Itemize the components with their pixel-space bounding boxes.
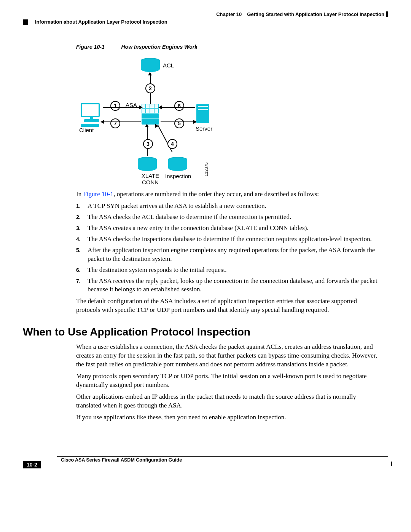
figure-caption: Figure 10-1 How Inspection Engines Work: [76, 44, 388, 50]
list-item: 6.The destination system responds to the…: [76, 266, 381, 275]
arrow-asa-to-client: [103, 121, 141, 122]
arrow-head-left-icon: [100, 120, 104, 124]
list-item: 4.The ASA checks the Inspections databas…: [76, 235, 381, 244]
section-header-bar: Information about Application Layer Prot…: [23, 19, 388, 25]
footer-tick-icon: [391, 462, 392, 466]
arrow-head-right-icon: [139, 105, 143, 109]
figure-intro-paragraph: In Figure 10-1, operations are numbered …: [76, 190, 381, 199]
section-header-text: Information about Application Layer Prot…: [35, 19, 167, 25]
section-paragraph: Other applications embed an IP address i…: [76, 393, 381, 410]
figure-diagram: ACL 2 ASA Client 1 7 6 5: [76, 54, 266, 187]
intro-prefix: In: [76, 190, 83, 198]
section-heading-when-to-use: When to Use Application Protocol Inspect…: [23, 326, 388, 338]
server-icon: [196, 104, 209, 123]
step-5-marker: 5: [174, 118, 184, 128]
figure-reference-link[interactable]: Figure 10-1: [83, 190, 113, 198]
after-steps-paragraph: The default configuration of the ASA inc…: [76, 297, 381, 315]
step-1-marker: 1: [110, 101, 120, 111]
figure-10-1: Figure 10-1 How Inspection Engines Work …: [76, 44, 388, 187]
step-4-marker: 4: [167, 139, 177, 149]
asa-device-icon: [142, 104, 159, 125]
header-square-icon: [23, 19, 28, 25]
figure-label: Figure 10-1: [76, 44, 105, 50]
section-body: When a user establishes a connection, th…: [76, 343, 381, 422]
list-item: 1.A TCP SYN packet arrives at the ASA to…: [76, 202, 381, 211]
list-item: 2.The ASA checks the ACL database to det…: [76, 213, 381, 222]
intro-suffix: , operations are numbered in the order t…: [113, 190, 319, 198]
chapter-title: Getting Started with Application Layer P…: [247, 11, 384, 17]
figure-title: How Inspection Engines Work: [121, 44, 198, 50]
arrow-head-left-icon-2: [158, 105, 162, 109]
arrow-head-up-icon-2: [145, 124, 149, 127]
list-item: 3.The ASA creates a new entry in the con…: [76, 224, 381, 233]
xlate-conn-label: XLATE CONN: [137, 173, 164, 185]
list-item: 7.The ASA receives the reply packet, loo…: [76, 277, 381, 294]
arrow-client-to-asa: [103, 107, 141, 108]
footer-book-title: Cisco ASA Series Firewall ASDM Configura…: [61, 457, 388, 463]
arrow-server-to-asa: [161, 107, 195, 108]
inspection-label: Inspection: [165, 173, 191, 179]
section-paragraph: When a user establishes a connection, th…: [76, 343, 381, 369]
section-paragraph: Many protocols open secondary TCP or UDP…: [76, 372, 381, 390]
client-label: Client: [79, 127, 94, 133]
arrow-asa-to-server: [161, 121, 195, 122]
chapter-header: Chapter 10 Getting Started with Applicat…: [23, 11, 388, 18]
step-2-marker: 2: [145, 83, 155, 93]
header-end-bar: [386, 11, 388, 17]
step-6-marker: 6: [174, 101, 184, 111]
arrow-head-up-icon: [148, 72, 152, 75]
acl-label: ACL: [163, 62, 174, 69]
footer-page-number: 10-2: [23, 461, 41, 468]
section-paragraph: If you use applications like these, then…: [76, 413, 381, 422]
step-7-marker: 7: [110, 118, 120, 128]
inspection-database-icon: [168, 160, 187, 173]
chapter-number: Chapter 10: [216, 11, 242, 17]
image-number: 132875: [204, 162, 209, 176]
list-item: 5.After the application inspection engin…: [76, 246, 381, 264]
client-pc-icon: [81, 103, 103, 125]
steps-ordered-list: 1.A TCP SYN packet arrives at the ASA to…: [76, 202, 381, 294]
server-label: Server: [196, 125, 212, 132]
xlate-database-icon: [138, 160, 157, 173]
step-3-marker: 3: [143, 139, 153, 149]
page-footer: Cisco ASA Series Firewall ASDM Configura…: [23, 456, 388, 471]
